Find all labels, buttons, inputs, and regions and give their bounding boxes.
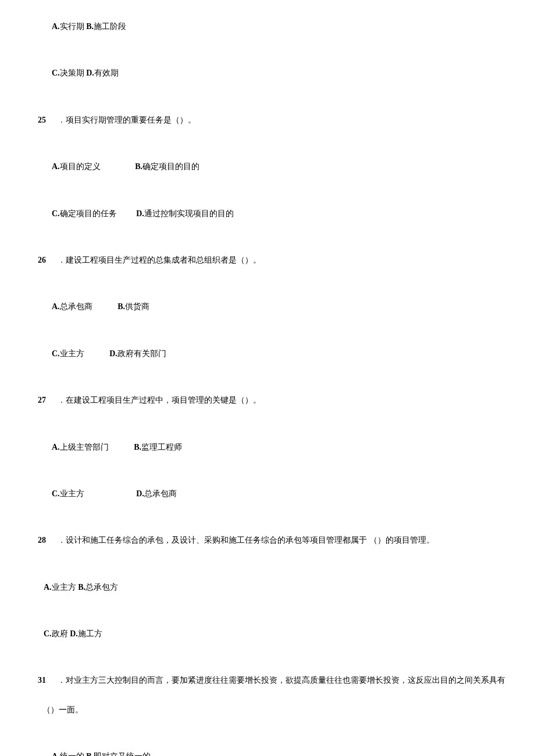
q24-options-ab: A.实行期 B.施工阶段 — [38, 20, 509, 33]
option-text-a: 业主方 — [52, 583, 76, 592]
question-sep: ． — [58, 114, 66, 127]
option-text-d: 施工方 — [78, 629, 102, 638]
option-text-b: 供货商 — [125, 302, 149, 311]
option-label-c: C. — [52, 209, 60, 218]
option-text-b: 施工阶段 — [94, 22, 126, 31]
q31-options-ab: A.统一的 B.即对立又统一的 — [38, 750, 509, 756]
q27-options-cd: C.业主方 D.总承包商 — [38, 488, 509, 500]
option-text-c: 政府 — [52, 629, 68, 638]
option-label-a: A. — [52, 22, 60, 31]
question-number: 26 — [38, 254, 58, 267]
q28-options-ab: A.业主方 B.总承包方 — [38, 581, 509, 594]
question-sep: ． — [58, 674, 66, 687]
option-label-d: D. — [70, 629, 78, 638]
option-label-b: B. — [86, 752, 94, 756]
question-text: 对业主方三大控制目的而言，要加紧进度往往需要增长投资，欲提高质量往往也需要增长投… — [66, 674, 509, 687]
question-sep: ． — [58, 534, 66, 547]
option-label-b: B. — [78, 583, 85, 592]
option-label-d: D. — [86, 69, 94, 77]
option-text-d: 政府有关部门 — [117, 349, 166, 358]
question-25: 25 ． 项目实行期管理的重要任务是（）。 — [38, 114, 509, 127]
question-text: 在建设工程项目生产过程中，项目管理的关键是（）。 — [66, 394, 509, 407]
question-31: 31 ． 对业主方三大控制目的而言，要加紧进度往往需要增长投资，欲提高质量往往也… — [38, 674, 509, 687]
question-27: 27 ． 在建设工程项目生产过程中，项目管理的关键是（）。 — [38, 394, 509, 407]
question-number: 31 — [38, 674, 58, 687]
q25-options-cd: C.确定项目的任务 D.通过控制实现项目的目的 — [38, 207, 509, 220]
q26-options-cd: C.业主方 D.政府有关部门 — [38, 347, 509, 360]
option-text-a: 实行期 — [60, 22, 84, 31]
q26-options-ab: A.总承包商 B.供货商 — [38, 300, 509, 313]
option-label-a: A. — [52, 302, 60, 311]
q27-options-ab: A.上级主管部门 B.监理工程师 — [38, 441, 509, 454]
option-text-a: 总承包商 — [60, 302, 92, 311]
option-label-b: B. — [135, 162, 142, 171]
question-number: 25 — [38, 114, 58, 127]
option-label-a: A. — [52, 162, 60, 171]
question-number: 27 — [38, 394, 58, 407]
option-text-b: 即对立又统一的 — [94, 752, 151, 756]
question-sep: ． — [58, 254, 66, 267]
question-31-line2: （）一面。 — [38, 704, 509, 716]
option-label-b: B. — [117, 302, 125, 311]
option-text-c: 确定项目的任务 — [60, 209, 117, 218]
option-label-b: B. — [134, 443, 141, 452]
question-text-cont: （）一面。 — [42, 705, 83, 714]
question-text: 建设工程项目生产过程的总集成者和总组织者是（）。 — [66, 254, 509, 267]
question-text: 设计和施工任务综合的承包，及设计、采购和施工任务综合的承包等项目管理都属于 （）… — [66, 534, 509, 547]
option-text-b: 监理工程师 — [141, 443, 182, 452]
option-label-c: C. — [52, 349, 60, 358]
option-text-c: 决策期 — [60, 69, 84, 77]
option-label-c: C. — [52, 489, 60, 498]
option-text-b: 确定项目的目的 — [142, 162, 199, 171]
option-label-c: C. — [44, 629, 52, 638]
option-text-d: 总承包商 — [144, 489, 177, 498]
option-label-d: D. — [136, 209, 144, 218]
option-text-a: 项目的定义 — [60, 162, 101, 171]
option-label-a: A. — [44, 583, 52, 592]
question-text: 项目实行期管理的重要任务是（）。 — [66, 114, 509, 127]
option-label-a: A. — [52, 443, 60, 452]
question-28: 28 ． 设计和施工任务综合的承包，及设计、采购和施工任务综合的承包等项目管理都… — [38, 534, 509, 547]
option-text-a: 上级主管部门 — [60, 443, 109, 452]
option-text-c: 业主方 — [60, 349, 84, 358]
option-label-b: B. — [86, 22, 94, 31]
option-label-a: A. — [52, 752, 60, 756]
q24-options-cd: C.决策期 D.有效期 — [38, 67, 509, 80]
option-text-d: 有效期 — [94, 69, 119, 77]
option-text-a: 统一的 — [60, 752, 84, 756]
question-number: 28 — [38, 534, 58, 547]
option-label-d: D. — [109, 349, 117, 358]
question-26: 26 ． 建设工程项目生产过程的总集成者和总组织者是（）。 — [38, 254, 509, 267]
option-label-c: C. — [52, 69, 60, 77]
option-label-d: D. — [136, 489, 144, 498]
q28-options-cd: C.政府 D.施工方 — [38, 628, 509, 640]
option-text-b: 总承包方 — [85, 583, 118, 592]
option-text-d: 通过控制实现项目的目的 — [144, 209, 234, 218]
option-text-c: 业主方 — [60, 489, 84, 498]
q25-options-ab: A.项目的定义 B.确定项目的目的 — [38, 160, 509, 173]
question-sep: ． — [58, 394, 66, 407]
